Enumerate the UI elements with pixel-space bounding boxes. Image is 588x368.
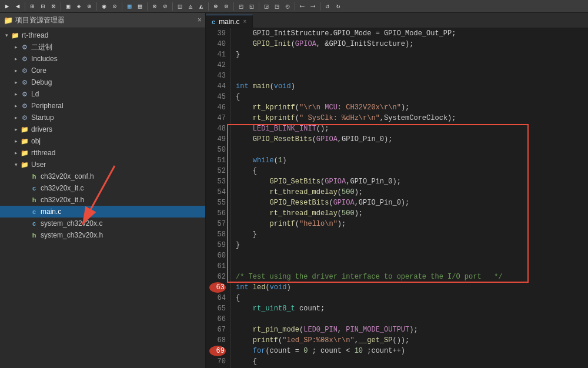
sidebar-item-startup[interactable]: ▸ ⚙ Startup — [0, 112, 205, 123]
code-line — [236, 145, 583, 155]
toolbar-icon-7[interactable]: ◈ — [74, 2, 83, 11]
line-number: 56 — [209, 208, 226, 219]
sidebar-item-core[interactable]: ▸ ⚙ Core — [0, 65, 205, 76]
toolbar-icon-1[interactable]: ▶ — [2, 2, 12, 11]
line-number: 68 — [209, 335, 226, 346]
toolbar-icon-27[interactable]: ↺ — [323, 2, 332, 11]
sidebar-item-ld[interactable]: ▸ ⚙ Ld — [0, 88, 205, 100]
tree-item-label: rt-thread — [22, 31, 205, 39]
toolbar-icon-18[interactable]: ⊛ — [211, 2, 220, 11]
sidebar-item-rtthread[interactable]: ▸ 📁 rtthread — [0, 147, 205, 159]
toolbar-sep-6 — [172, 2, 173, 11]
code-line: GPIO_Init(GPIOA, &GPIO_InitStructure); — [236, 39, 583, 49]
expand-icon: ▸ — [12, 91, 20, 97]
line-number: 51 — [209, 155, 226, 166]
editor-tabs: c main.c × — [206, 13, 588, 28]
sidebar-item-ch32v20x_it_c[interactable]: c ch32v20x_it.c — [0, 182, 205, 194]
toolbar-icon-20[interactable]: ◰ — [236, 2, 246, 11]
toolbar-icon-23[interactable]: ◳ — [272, 2, 282, 11]
toolbar-icon-6[interactable]: ▣ — [64, 2, 73, 11]
code-lines[interactable]: GPIO_InitStructure.GPIO_Mode = GPIO_Mode… — [231, 28, 588, 368]
editor-tab-main-c[interactable]: c main.c × — [206, 15, 253, 28]
line-number: 49 — [209, 134, 226, 145]
toolbar-icon-11[interactable]: ▦ — [125, 2, 134, 11]
tree-item-label: Ld — [31, 90, 205, 98]
toolbar-sep-9 — [259, 2, 259, 11]
editor-area: c main.c × 39404142434445464748495051525… — [206, 13, 588, 368]
expand-icon: ▸ — [12, 103, 20, 109]
toolbar-icon-15[interactable]: ◫ — [175, 2, 185, 11]
toolbar-icon-12[interactable]: ▤ — [135, 2, 145, 11]
toolbar-icon-19[interactable]: ⊜ — [222, 2, 231, 11]
toolbar-sep-11 — [320, 2, 320, 11]
file-icon: c — [29, 208, 39, 216]
toolbar-icon-22[interactable]: ◲ — [262, 2, 271, 11]
line-number: 39 — [209, 28, 226, 39]
toolbar-icon-3[interactable]: ⊞ — [28, 2, 37, 11]
editor-content[interactable]: 3940414243444546474849505152535455565758… — [206, 28, 588, 368]
sidebar-item-obj[interactable]: ▸ 📁 obj — [0, 135, 205, 147]
line-number: 67 — [209, 324, 226, 335]
file-icon: c — [29, 219, 39, 228]
toolbar-icon-8[interactable]: ⊕ — [85, 2, 94, 11]
sidebar-item-main_c[interactable]: c main.c — [0, 206, 205, 218]
sidebar-item-ch32v20x_it_h[interactable]: h ch32v20x_it.h — [0, 194, 205, 206]
sidebar-item-system_ch32v20x_c[interactable]: c system_ch32v20x.c — [0, 218, 205, 229]
sidebar-pin-icon[interactable]: × — [198, 16, 202, 25]
code-line: rt_kprintf("\r\n MCU: CH32V20x\r\n"); — [236, 102, 583, 113]
tree-item-label: system_ch32v20x.c — [41, 219, 205, 228]
line-number: 57 — [209, 219, 226, 229]
toolbar-icon-2[interactable]: ◀ — [13, 2, 22, 11]
toolbar-icon-21[interactable]: ◱ — [247, 2, 256, 11]
sidebar-item-includes[interactable]: ▸ ⚙ Includes — [0, 53, 205, 65]
code-line: GPIO_ResetBits(GPIOA,GPIO_Pin_0); — [236, 134, 583, 145]
toolbar-icon-24[interactable]: ◴ — [283, 2, 292, 11]
sidebar-item-debug[interactable]: ▸ ⚙ Debug — [0, 76, 205, 88]
sidebar-item-rt-thread[interactable]: ▾ 📁 rt-thread — [0, 29, 205, 41]
toolbar-sep-8 — [233, 2, 234, 11]
toolbar-icon-25[interactable]: ⟵ — [298, 2, 307, 11]
toolbar-icon-4[interactable]: ⊟ — [38, 2, 48, 11]
toolbar-icon-13[interactable]: ⊗ — [150, 2, 159, 11]
sidebar-titlebar: 📁 项目资源管理器 × — [0, 13, 205, 28]
line-number: 45 — [209, 92, 226, 102]
code-line: printf("led_SP:%08x\r\n",__get_SP()); — [236, 335, 583, 346]
toolbar-icon-16[interactable]: ◬ — [186, 2, 195, 11]
sidebar-item-drivers[interactable]: ▸ 📁 drivers — [0, 123, 205, 135]
sidebar-item-peripheral[interactable]: ▸ ⚙ Peripheral — [0, 100, 205, 112]
sidebar-item-ch32v20x_conf[interactable]: h ch32v20x_conf.h — [0, 170, 205, 182]
line-number: 54 — [209, 187, 226, 198]
line-number: 47 — [209, 113, 226, 123]
tab-icon: c — [212, 18, 215, 25]
sidebar-item-binary[interactable]: ▸ ⚙ 二进制 — [0, 41, 205, 53]
tree-item-label: Debug — [31, 78, 205, 86]
tree-item-label: obj — [31, 137, 205, 145]
toolbar-icon-5[interactable]: ⊠ — [49, 2, 58, 11]
toolbar-sep-7 — [208, 2, 209, 11]
code-line: rt_pin_mode(LED0_PIN, PIN_MODE_OUTPUT); — [236, 324, 583, 335]
code-line: } — [236, 229, 583, 240]
code-line: for(count = 0 ; count < 10 ;count++) — [236, 346, 583, 356]
code-line — [236, 71, 583, 81]
code-container: 3940414243444546474849505152535455565758… — [206, 28, 588, 368]
code-line: { — [236, 92, 583, 102]
toolbar-icon-9[interactable]: ◉ — [99, 2, 109, 11]
toolbar-icon-10[interactable]: ⊙ — [110, 2, 119, 11]
file-icon: h — [29, 231, 39, 239]
sidebar-item-user[interactable]: ▾ 📁 User — [0, 159, 205, 170]
toolbar-icon-17[interactable]: ◭ — [196, 2, 206, 11]
toolbar-icon-26[interactable]: ⟶ — [308, 2, 318, 11]
line-number: 44 — [209, 81, 226, 92]
code-line: rt_uint8_t count; — [236, 303, 583, 314]
sidebar: 📁 项目资源管理器 × ▾ 📁 rt-thread ▸ ⚙ 二进制 ▸ ⚙ In… — [0, 13, 206, 368]
expand-icon: ▸ — [12, 126, 20, 132]
tab-close-button[interactable]: × — [243, 18, 246, 25]
line-number: 61 — [209, 261, 226, 272]
sidebar-item-system_ch32v20x_h[interactable]: h system_ch32v20x.h — [0, 229, 205, 241]
line-number: 40 — [209, 39, 226, 49]
file-icon: h — [29, 196, 39, 204]
toolbar-sep-1 — [25, 2, 25, 11]
toolbar-icon-28[interactable]: ↻ — [333, 2, 343, 11]
toolbar-sep-2 — [61, 2, 61, 11]
toolbar-icon-14[interactable]: ⊘ — [161, 2, 170, 11]
